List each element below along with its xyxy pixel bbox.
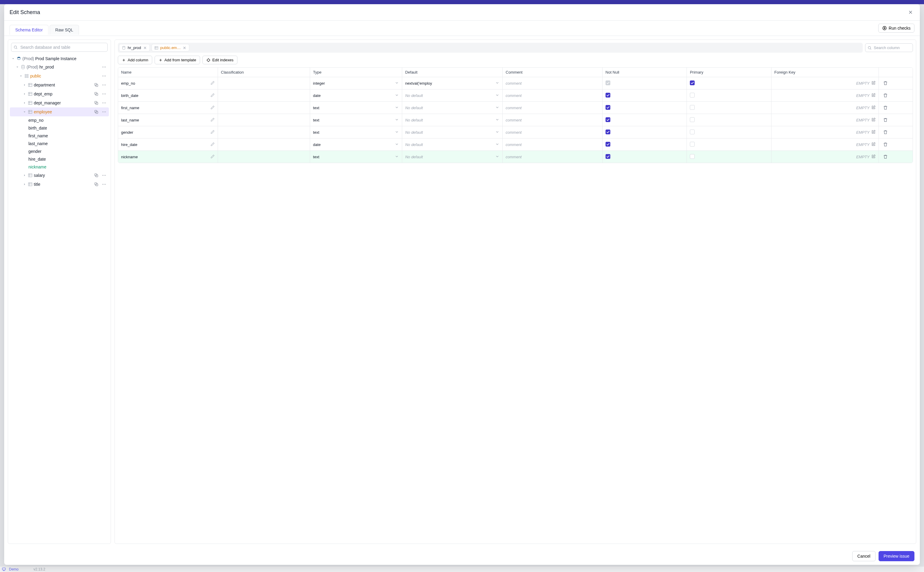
comment-cell[interactable]: comment [503,114,603,126]
delete-column-button[interactable] [882,92,889,99]
edit-indexes-button[interactable]: Edit indexes [202,56,237,64]
copy-table-button[interactable] [93,99,100,107]
tree-column-birth_date[interactable]: birth_date [10,124,109,132]
breadcrumb-table-close[interactable] [182,46,187,50]
not-null-checkbox[interactable] [606,142,610,146]
tree-table-employee[interactable]: employee [10,107,109,117]
default-cell[interactable]: No default [405,154,499,159]
comment-cell[interactable]: comment [503,89,603,102]
primary-checkbox[interactable] [690,117,695,122]
tree-database[interactable]: (Prod) hr_prod [10,62,109,72]
copy-table-button[interactable] [93,90,100,98]
breadcrumb-db-close[interactable] [143,46,147,50]
tree-table-dept_manager[interactable]: dept_manager [10,98,109,107]
classification-cell[interactable] [218,114,310,126]
name-cell[interactable]: gender [121,130,215,135]
name-cell[interactable]: last_name [121,118,215,123]
type-cell[interactable]: text [313,130,399,135]
delete-column-button[interactable] [882,79,889,87]
tree-column-nickname[interactable]: nickname [10,163,109,171]
tree-search-input[interactable] [11,43,108,52]
comment-cell[interactable]: comment [503,102,603,114]
comment-cell[interactable]: comment [503,151,603,163]
breadcrumb-database[interactable]: hr_prod [119,44,150,51]
tree-column-gender[interactable]: gender [10,148,109,155]
copy-table-button[interactable] [93,181,100,188]
classification-cell[interactable] [218,89,310,102]
run-checks-button[interactable]: Run checks [878,23,915,33]
primary-checkbox[interactable] [690,129,695,134]
close-button[interactable] [907,8,915,16]
delete-column-button[interactable] [882,104,889,111]
not-null-checkbox[interactable] [606,93,610,98]
delete-column-button[interactable] [882,153,889,160]
name-cell[interactable]: emp_no [121,81,215,86]
foreign-key-cell[interactable]: EMPTY [775,118,876,123]
comment-cell[interactable]: comment [503,138,603,151]
type-cell[interactable]: date [313,93,399,98]
classification-cell[interactable] [218,77,310,89]
table-more-button[interactable] [101,90,108,98]
classification-cell[interactable] [218,126,310,138]
copy-table-button[interactable] [93,81,100,89]
tree-schema-public[interactable]: public [10,72,109,81]
type-cell[interactable]: date [313,142,399,147]
tree-column-emp_no[interactable]: emp_no [10,117,109,124]
not-null-checkbox[interactable] [606,117,610,122]
cancel-button[interactable]: Cancel [852,551,876,561]
name-cell[interactable]: hire_date [121,142,215,147]
foreign-key-cell[interactable]: EMPTY [775,142,876,147]
foreign-key-cell[interactable]: EMPTY [775,154,876,159]
classification-cell[interactable] [218,138,310,151]
classification-cell[interactable] [218,151,310,163]
primary-checkbox[interactable] [690,154,695,159]
foreign-key-cell[interactable]: EMPTY [775,93,876,98]
tab-raw-sql[interactable]: Raw SQL [50,25,79,35]
copy-table-button[interactable] [93,108,100,115]
default-cell[interactable]: No default [405,142,499,147]
tree-table-department[interactable]: department [10,81,109,89]
name-cell[interactable]: nickname [121,154,215,159]
tab-schema-editor[interactable]: Schema Editor [9,25,48,35]
foreign-key-cell[interactable]: EMPTY [775,81,876,86]
breadcrumb-table[interactable]: public.em… [152,44,189,51]
default-cell[interactable]: No default [405,130,499,135]
name-cell[interactable]: first_name [121,105,215,110]
not-null-checkbox[interactable] [606,105,610,110]
foreign-key-cell[interactable]: EMPTY [775,130,876,135]
type-cell[interactable]: text [313,105,399,110]
type-cell[interactable]: integer [313,81,399,86]
tree-column-last_name[interactable]: last_name [10,140,109,148]
type-cell[interactable]: text [313,118,399,123]
not-null-checkbox[interactable] [606,81,610,85]
primary-checkbox[interactable] [690,93,695,98]
delete-column-button[interactable] [882,129,889,136]
column-search-input[interactable] [865,44,913,52]
delete-column-button[interactable] [882,117,889,124]
default-cell[interactable]: nextval('employ [405,81,499,86]
tree-column-first_name[interactable]: first_name [10,132,109,140]
database-more-button[interactable] [101,64,108,71]
table-more-button[interactable] [101,108,108,115]
tree-instance[interactable]: (Prod) Prod Sample Instance [10,55,109,62]
default-cell[interactable]: No default [405,118,499,123]
not-null-checkbox[interactable] [606,154,610,159]
type-cell[interactable]: text [313,154,399,159]
schema-more-button[interactable] [101,72,108,79]
copy-table-button[interactable] [93,172,100,179]
tree-table-salary[interactable]: salary [10,171,109,180]
tree-table-dept_emp[interactable]: dept_emp [10,89,109,98]
comment-cell[interactable]: comment [503,77,603,89]
primary-checkbox[interactable] [690,81,695,85]
preview-issue-button[interactable]: Preview issue [879,551,915,561]
table-more-button[interactable] [101,99,108,107]
default-cell[interactable]: No default [405,105,499,110]
table-more-button[interactable] [101,181,108,188]
default-cell[interactable]: No default [405,93,499,98]
table-more-button[interactable] [101,172,108,179]
classification-cell[interactable] [218,102,310,114]
primary-checkbox[interactable] [690,142,695,146]
not-null-checkbox[interactable] [606,129,610,134]
name-cell[interactable]: birth_date [121,93,215,98]
table-more-button[interactable] [101,81,108,89]
